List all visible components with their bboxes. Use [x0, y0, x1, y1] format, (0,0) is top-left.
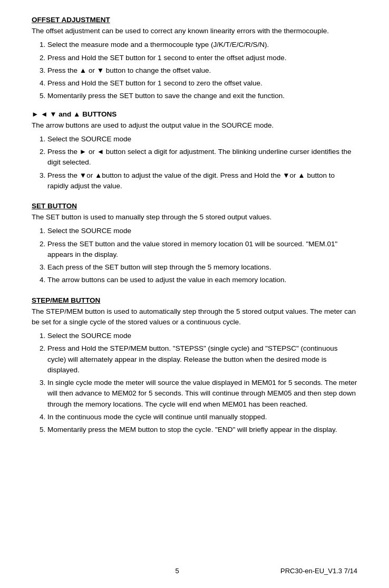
section-intro-stepmem: The STEP/MEM button is used to automatic…	[32, 306, 357, 328]
list-item: Momentarily press the MEM button to stop…	[47, 425, 357, 435]
list-item: In the continuous mode the cycle will co…	[47, 412, 357, 422]
section-arrow-buttons: ► ◄ ▼ and ▲ BUTTONS The arrow buttons ar…	[32, 110, 357, 192]
list-item: Each press of the SET button will step t…	[47, 262, 357, 273]
page-footer: 5 PRC30-en-EU_V1.3 7/14	[0, 567, 389, 575]
list-item: Press the ▲ or ▼ button to change the of…	[47, 65, 357, 76]
section-offset-adjustment: OFFSET ADJUSTMENT The offset adjustment …	[32, 16, 357, 102]
section-step-mem: STEP/MEM BUTTON The STEP/MEM button is u…	[32, 296, 357, 436]
section-intro-arrow: The arrow buttons are used to adjust the…	[32, 120, 357, 131]
list-item: Press the ► or ◄ button select a digit f…	[47, 147, 357, 168]
list-item: Press and Hold the SET button for 1 seco…	[47, 78, 357, 89]
list-item: Momentarily press the SET button to save…	[47, 91, 357, 101]
stepmem-list: Select the SOURCE mode Press and Hold th…	[47, 331, 357, 435]
footer-page-number: 5	[74, 567, 280, 575]
list-item: Select the SOURCE mode	[47, 331, 357, 341]
section-title-arrow: ► ◄ ▼ and ▲ BUTTONS	[32, 110, 357, 118]
section-title-stepmem: STEP/MEM BUTTON	[32, 296, 357, 304]
list-item: The arrow buttons can be used to adjust …	[47, 275, 357, 285]
list-item: Press and Hold the STEP/MEM button. "STE…	[47, 343, 357, 375]
list-item: Select the SOURCE mode	[47, 134, 357, 144]
section-intro-set: The SET button is used to manually step …	[32, 212, 357, 223]
section-set-button: SET BUTTON The SET button is used to man…	[32, 202, 357, 286]
list-item: Press and Hold the SET button for 1 seco…	[47, 53, 357, 63]
footer-doc-reference: PRC30-en-EU_V1.3 7/14	[280, 567, 357, 575]
list-item: Press the ▼or ▲button to adjust the valu…	[47, 170, 357, 192]
section-title-set: SET BUTTON	[32, 202, 357, 210]
set-list: Select the SOURCE mode Press the SET but…	[47, 226, 357, 285]
list-item: Select the SOURCE mode	[47, 226, 357, 236]
section-title-offset: OFFSET ADJUSTMENT	[32, 16, 357, 24]
list-item: Select the measure mode and a thermocoup…	[47, 40, 357, 50]
footer-left-spacer	[32, 567, 74, 575]
list-item: Press the SET button and the value store…	[47, 239, 357, 261]
arrow-list: Select the SOURCE mode Press the ► or ◄ …	[47, 134, 357, 191]
offset-list: Select the measure mode and a thermocoup…	[47, 40, 357, 101]
page-content: OFFSET ADJUSTMENT The offset adjustment …	[32, 16, 357, 435]
section-intro-offset: The offset adjustment can be used to cor…	[32, 26, 357, 36]
list-item: In single cycle mode the meter will sour…	[47, 378, 357, 410]
